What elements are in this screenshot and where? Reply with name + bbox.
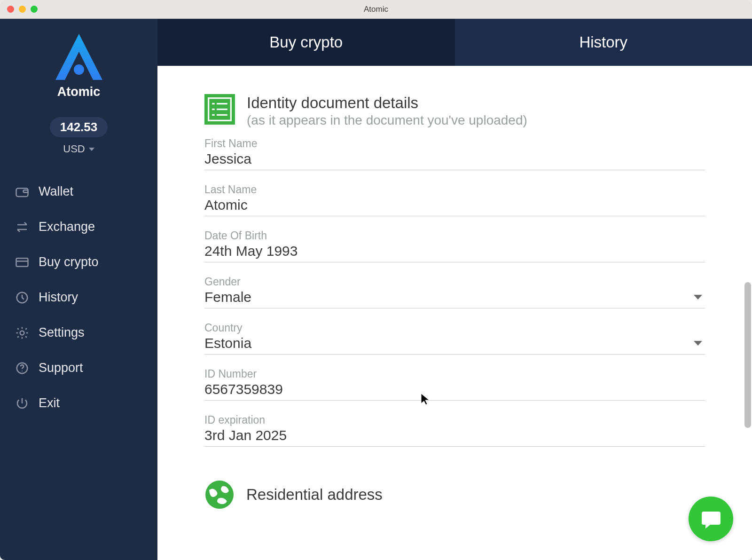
sidebar-item-label: Exchange [39,220,95,234]
sidebar-item-buy-crypto[interactable]: Buy crypto [0,245,157,280]
field-value: Estonia [204,335,694,351]
field-label: ID Number [204,368,705,380]
sidebar-item-label: Support [39,361,83,375]
chevron-down-icon [89,148,94,151]
field-value: Female [204,289,694,305]
sidebar-item-label: Buy crypto [39,255,99,269]
sidebar-item-label: Settings [39,325,85,340]
globe-icon [204,480,235,510]
main-panel: Buy crypto History [157,19,752,560]
field-value: 24th May 1993 [204,243,705,259]
svg-point-16 [205,481,234,509]
tabs: Buy crypto History [157,19,752,66]
card-icon [15,255,29,269]
field-label: Date Of Birth [204,229,705,242]
app-window: Atomic Atomic 142.53 USD [0,0,752,560]
wallet-icon [15,185,29,199]
field-label: ID expiration [204,414,705,426]
field-value: Jessica [204,151,705,167]
sidebar: Atomic 142.53 USD Wallet [0,19,157,560]
tab-history[interactable]: History [455,19,752,66]
last-name-field[interactable]: Last Name Atomic [204,183,705,216]
sidebar-item-wallet[interactable]: Wallet [0,174,157,209]
sidebar-item-label: Exit [39,396,60,410]
support-icon [15,361,29,375]
sidebar-nav: Wallet Exchange Buy crypto [0,174,157,421]
tab-buy-crypto[interactable]: Buy crypto [157,19,455,66]
chat-icon [700,508,722,530]
svg-point-0 [74,64,84,75]
identity-form: First Name Jessica Last Name Atomic Date… [204,137,705,447]
exchange-icon [15,220,29,234]
field-value: 3rd Jan 2025 [204,427,705,443]
brand-name: Atomic [57,85,101,99]
gear-icon [15,326,29,340]
id-number-field[interactable]: ID Number 6567359839 [204,368,705,401]
sidebar-item-exit[interactable]: Exit [0,386,157,421]
document-list-icon [204,94,235,125]
chevron-down-icon [694,341,702,346]
id-expiration-field[interactable]: ID expiration 3rd Jan 2025 [204,414,705,447]
currency-selector[interactable]: USD [63,143,94,155]
first-name-field[interactable]: First Name Jessica [204,137,705,170]
currency-label: USD [63,143,85,155]
residential-title: Residential address [246,486,383,504]
residential-section-header: Residential address [204,480,705,510]
titlebar: Atomic [0,0,752,19]
atomic-logo-icon [53,33,105,82]
scrollbar-thumb[interactable] [744,282,751,428]
identity-section-header: Identity document details (as it appears… [204,94,705,128]
sidebar-item-settings[interactable]: Settings [0,315,157,350]
dob-field[interactable]: Date Of Birth 24th May 1993 [204,229,705,262]
sidebar-item-history[interactable]: History [0,280,157,315]
field-label: First Name [204,137,705,150]
svg-rect-2 [16,258,28,267]
sidebar-item-support[interactable]: Support [0,350,157,386]
chevron-down-icon [694,295,702,300]
chat-support-button[interactable] [689,497,733,541]
field-label: Gender [204,276,705,288]
app-body: Atomic 142.53 USD Wallet [0,19,752,560]
gender-field[interactable]: Gender Female [204,276,705,308]
identity-subtitle: (as it appears in the document you've up… [247,113,527,128]
close-window-button[interactable] [7,6,14,13]
balance-value: 142.53 [50,117,108,137]
minimize-window-button[interactable] [19,6,26,13]
window-title: Atomic [364,5,388,14]
content-area[interactable]: Identity document details (as it appears… [157,66,752,560]
sidebar-item-label: Wallet [39,184,73,199]
svg-point-5 [20,331,24,335]
maximize-window-button[interactable] [31,6,38,13]
power-icon [15,396,29,410]
sidebar-item-label: History [39,290,78,305]
identity-title: Identity document details [247,94,527,112]
window-controls [7,6,38,13]
field-label: Last Name [204,183,705,196]
field-value: 6567359839 [204,381,705,397]
field-value: Atomic [204,197,705,213]
field-label: Country [204,322,705,334]
svg-point-7 [22,371,23,371]
brand-block: Atomic [53,33,105,99]
sidebar-item-exchange[interactable]: Exchange [0,209,157,245]
country-field[interactable]: Country Estonia [204,322,705,355]
history-icon [15,291,29,305]
